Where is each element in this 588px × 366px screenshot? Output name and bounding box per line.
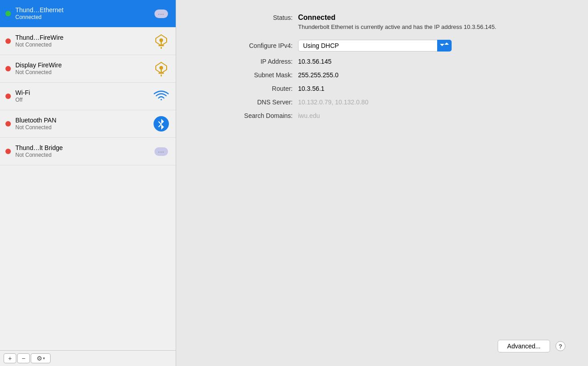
network-icon-bluetooth-pan: [152, 115, 170, 133]
ellipsis-icon: ···: [154, 147, 168, 156]
network-name-thunderbolt-bridge: Thund…lt Bridge: [15, 144, 150, 152]
sidebar-item-display-firewire[interactable]: Display FireWireNot Connected: [0, 55, 176, 83]
network-status-thunderbolt-bridge: Not Connected: [15, 152, 150, 159]
svg-line-11: [159, 124, 161, 127]
status-dot-wifi: [5, 94, 11, 99]
network-info-display-firewire: Display FireWireNot Connected: [15, 61, 150, 76]
network-info-bluetooth-pan: Bluetooth PANNot Connected: [15, 116, 150, 131]
main-content: Status: Connected Thunderbolt Ethernet i…: [176, 0, 588, 366]
advanced-button[interactable]: Advanced...: [498, 340, 550, 352]
configure-ipv4-value: Using DHCP: [298, 40, 565, 52]
network-info-thunderbolt-firewire: Thund…FireWireNot Connected: [15, 33, 150, 49]
status-connected-text: Connected: [298, 14, 565, 22]
ip-address-value: 10.3.56.145: [298, 58, 331, 65]
sidebar-item-bluetooth-pan[interactable]: Bluetooth PANNot Connected: [0, 110, 176, 138]
dns-server-value: 10.132.0.79, 10.132.0.80: [298, 99, 369, 106]
network-name-wifi: Wi-Fi: [15, 89, 150, 97]
status-dot-thunderbolt-bridge: [5, 149, 11, 154]
dns-server-label: DNS Server:: [203, 99, 298, 106]
network-status-thunderbolt-ethernet: Connected: [15, 14, 150, 21]
ip-address-row: IP Address: 10.3.56.145: [203, 58, 565, 65]
dns-server-row: DNS Server: 10.132.0.79, 10.132.0.80: [203, 99, 565, 106]
ip-address-label: IP Address:: [203, 58, 298, 65]
help-button[interactable]: ?: [555, 341, 565, 351]
sidebar-item-wifi[interactable]: Wi-FiOff: [0, 83, 176, 110]
network-status-wifi: Off: [15, 97, 150, 104]
status-dot-display-firewire: [5, 66, 11, 71]
ellipsis-icon: ···: [154, 9, 168, 18]
wifi-icon: [153, 89, 169, 103]
network-name-display-firewire: Display FireWire: [15, 61, 150, 69]
configure-ipv4-label: Configure IPv4:: [203, 42, 298, 49]
bottom-bar: Advanced... ?: [203, 340, 565, 352]
status-dot-bluetooth-pan: [5, 121, 11, 127]
sidebar-item-thunderbolt-firewire[interactable]: Thund…FireWireNot Connected: [0, 28, 176, 55]
status-value-col: Connected Thunderbolt Ethernet is curren…: [298, 14, 565, 32]
svg-point-1: [159, 38, 163, 42]
network-name-thunderbolt-ethernet: Thund…Ethernet: [15, 6, 150, 14]
sidebar-toolbar: + − ⚙ ▾: [0, 350, 176, 366]
configure-ipv4-row: Configure IPv4: Using DHCP: [203, 40, 565, 52]
network-status-display-firewire: Not Connected: [15, 69, 150, 76]
sidebar: Thund…EthernetConnected···Thund…FireWire…: [0, 0, 176, 366]
status-label: Status:: [203, 14, 298, 21]
status-dot-thunderbolt-firewire: [5, 38, 11, 44]
search-domains-row: Search Domains: iwu.edu: [203, 112, 565, 119]
network-name-bluetooth-pan: Bluetooth PAN: [15, 116, 150, 124]
search-domains-value: iwu.edu: [298, 112, 320, 119]
sidebar-item-thunderbolt-bridge[interactable]: Thund…lt BridgeNot Connected···: [0, 138, 176, 165]
router-value: 10.3.56.1: [298, 85, 324, 92]
configure-ipv4-select[interactable]: Using DHCP: [298, 40, 452, 52]
network-info-thunderbolt-bridge: Thund…lt BridgeNot Connected: [15, 144, 150, 159]
network-icon-thunderbolt-bridge: ···: [152, 142, 170, 160]
network-status-bluetooth-pan: Not Connected: [15, 124, 150, 131]
router-label: Router:: [203, 85, 298, 92]
firewire-icon: [153, 61, 169, 77]
network-icon-thunderbolt-ethernet: ···: [152, 5, 170, 23]
network-info-wifi: Wi-FiOff: [15, 89, 150, 104]
subnet-mask-value: 255.255.255.0: [298, 71, 339, 79]
firewire-icon: [153, 33, 169, 49]
network-list: Thund…EthernetConnected···Thund…FireWire…: [0, 0, 176, 165]
subnet-mask-row: Subnet Mask: 255.255.255.0: [203, 71, 565, 79]
remove-network-button[interactable]: −: [17, 353, 30, 363]
detail-section: Status: Connected Thunderbolt Ethernet i…: [203, 14, 565, 331]
bluetooth-icon: [154, 116, 169, 131]
search-domains-label: Search Domains:: [203, 112, 298, 119]
status-dot-thunderbolt-ethernet: [5, 11, 11, 16]
network-status-thunderbolt-firewire: Not Connected: [15, 42, 150, 49]
network-name-thunderbolt-firewire: Thund…FireWire: [15, 33, 150, 42]
ipv4-select-wrapper: Using DHCP: [298, 40, 452, 52]
svg-point-6: [159, 66, 163, 70]
chevron-down-icon: ▾: [43, 356, 45, 361]
sidebar-item-thunderbolt-ethernet[interactable]: Thund…EthernetConnected···: [0, 0, 176, 28]
gear-button[interactable]: ⚙ ▾: [31, 353, 51, 363]
status-row: Status: Connected Thunderbolt Ethernet i…: [203, 14, 565, 32]
svg-line-10: [159, 122, 161, 124]
add-network-button[interactable]: +: [4, 353, 16, 363]
network-icon-wifi: [152, 87, 170, 105]
subnet-mask-label: Subnet Mask:: [203, 71, 298, 79]
gear-icon: ⚙: [37, 355, 42, 362]
network-icon-display-firewire: [152, 60, 170, 78]
router-row: Router: 10.3.56.1: [203, 85, 565, 92]
network-info-thunderbolt-ethernet: Thund…EthernetConnected: [15, 6, 150, 21]
network-icon-thunderbolt-firewire: [152, 32, 170, 50]
status-description: Thunderbolt Ethernet is currently active…: [298, 23, 565, 32]
